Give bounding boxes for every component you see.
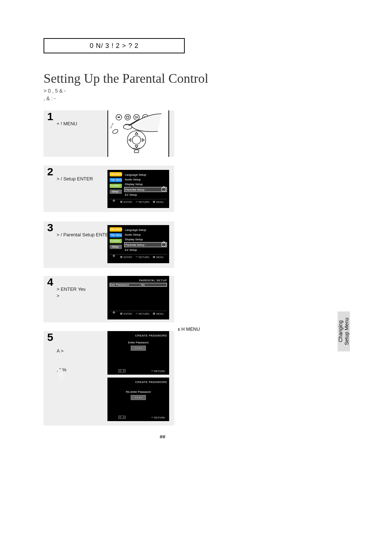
lock-icon (59, 375, 63, 378)
enter-password-label: Enter Password (110, 341, 167, 344)
side-label-disc: Disc Menu (110, 228, 122, 231)
page-title: Setting Up the Parental Control (44, 71, 208, 86)
footer-return: ↩ RETURN (151, 370, 165, 372)
footer-return: ↩ RETURN (136, 200, 149, 204)
footer-return: ↩ RETURN (151, 416, 165, 419)
password-box (131, 395, 146, 400)
mi-audio: Audio Setup (124, 178, 167, 182)
create-pw-title: CREATE PASSWORD (110, 334, 167, 337)
footer-return: ↩ RETURN (136, 255, 149, 259)
dpad-icon (113, 312, 117, 315)
use-password-row: Use Password : No (110, 283, 167, 287)
section-tab-text: ChangingSetup Menu (338, 318, 350, 345)
svg-rect-14 (134, 150, 139, 153)
step-1-number: 1 (47, 110, 53, 123)
setup-menu-list: Language Setup Audio Setup Display Setup… (124, 228, 167, 252)
screen-create-password-1: CREATE PASSWORD Enter Password 0 - 9 ↩ R… (107, 331, 169, 375)
step-5-number: 5 (47, 331, 53, 343)
step-4-number: 4 (47, 276, 53, 288)
parental-setup-title: PARENTAL SETUP (110, 279, 167, 282)
mi-parental-hl: Parental Setup : (124, 242, 167, 247)
setup-menu-list: Language Setup Audio Setup Display Setup… (124, 173, 167, 197)
side-label-setup: Setup (112, 190, 118, 193)
screen-setup-menu-2: Disc Menu Title Menu Function Setup Lang… (107, 225, 169, 263)
svg-point-11 (127, 131, 146, 149)
mi-parental-label: Parental Setup : (125, 188, 146, 191)
screen-parental-setup: PARENTAL SETUP Use Password : No ▦ ENTER… (107, 276, 169, 319)
svg-text:◂◂: ◂◂ (118, 116, 120, 118)
svg-point-4 (134, 114, 139, 120)
screen-footer: ▦ ENTER ↩ RETURN ▦ MENU (110, 311, 167, 315)
numkeys-label: 0 - 9 (118, 416, 126, 419)
section-tab: ChangingSetup Menu (338, 311, 350, 351)
footer-menu: ▦ MENU (153, 255, 164, 259)
screen-create-password-2: CREATE PASSWORD Re-enter Password 0 - 9 … (107, 378, 169, 421)
svg-point-12 (132, 136, 140, 144)
side-label-func: Function (110, 184, 120, 187)
mi-parental: Parental Setup : (124, 187, 167, 192)
category-box: 0 N/ 3 ! 2 > ? 2 (44, 38, 185, 53)
screen-footer: ▦ ENTER ↩ RETURN ▦ MENU (110, 199, 167, 204)
footer-enter: ▦ ENTER (120, 255, 132, 259)
lock-icon (162, 188, 166, 191)
intro-text: > 0 , 5 & - , & : - (44, 87, 203, 102)
password-box (131, 346, 146, 351)
reenter-password-label: Re-enter Password (110, 390, 167, 394)
mi-display: Display Setup (124, 182, 167, 186)
page-number: ## (160, 434, 166, 440)
screen-setup-menu-1: Disc Menu Title Menu Function Setup Lang… (107, 170, 169, 208)
lock-icon (162, 243, 166, 246)
side-label-setup: Setup (112, 245, 118, 248)
footer-menu: ▦ MENU (153, 200, 164, 204)
menu-note: ᴇ H MENU (178, 326, 287, 333)
footer-enter: ▦ ENTER (120, 200, 132, 204)
mi-audio: Audio Setup (124, 233, 167, 237)
use-password-value: : No (140, 283, 145, 286)
side-label-title: Title Menu (110, 234, 122, 236)
side-label-title: Title Menu (110, 179, 122, 181)
side-label-func: Function (110, 240, 120, 242)
dpad-icon (113, 255, 117, 259)
footer-menu: ▦ MENU (153, 312, 164, 315)
screen-footer: ▦ ENTER ↩ RETURN ▦ MENU (110, 254, 167, 259)
mi-display: Display Setup (124, 237, 167, 241)
footer-return: ↩ RETURN (136, 312, 149, 315)
svg-point-9 (112, 129, 118, 134)
mi-ez: EZ Setup (124, 248, 167, 252)
remote-illustration: ◂◂ ▸▸ MENU RETURN ENTER (107, 110, 169, 157)
category-box-text: 0 N/ 3 ! 2 > ? 2 (90, 42, 139, 50)
svg-point-2 (125, 114, 131, 120)
use-password-label: Use Password (110, 283, 129, 286)
dpad-icon (113, 200, 117, 204)
svg-text:ENTER: ENTER (133, 147, 140, 150)
numkeys-label: 0 - 9 (118, 369, 126, 372)
mi-language: Language Setup (124, 173, 167, 177)
mi-parental-label: Parental Setup : (125, 243, 146, 246)
step-3-number: 3 (47, 221, 53, 234)
create-pw-title: CREATE PASSWORD (110, 380, 167, 384)
footer-enter: ▦ ENTER (120, 312, 132, 315)
svg-rect-3 (127, 116, 129, 118)
mi-language: Language Setup (124, 228, 167, 232)
mi-ez: EZ Setup (124, 193, 167, 197)
step-2-number: 2 (47, 166, 53, 178)
svg-text:RETURN: RETURN (110, 123, 114, 129)
side-label-disc: Disc Menu (110, 173, 122, 175)
